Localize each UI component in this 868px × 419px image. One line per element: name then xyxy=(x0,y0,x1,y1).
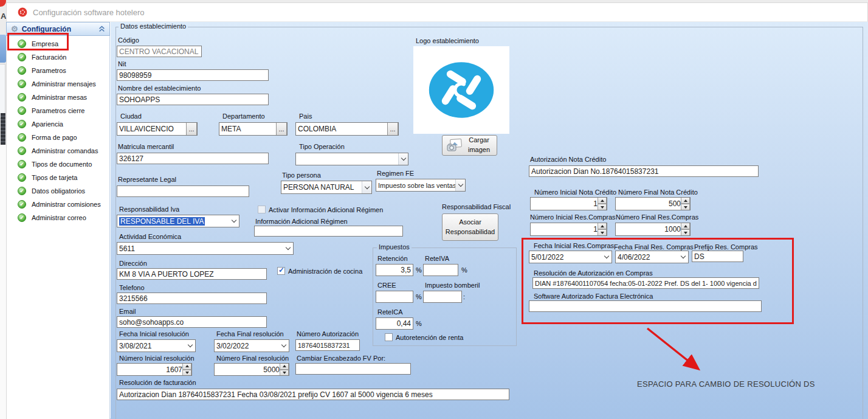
admin-cocina-checkbox[interactable] xyxy=(277,267,285,275)
ciudad-browse-button[interactable]: ... xyxy=(186,122,197,136)
sidebar-item-administrar-comisiones[interactable]: ✔Administrar comisiones xyxy=(6,198,110,210)
retencion-field[interactable]: 3,5 xyxy=(376,264,413,276)
spin-down-button[interactable] xyxy=(598,229,607,236)
cambiar-encabezado-field[interactable] xyxy=(295,363,411,375)
chevron-down-icon[interactable] xyxy=(185,339,195,352)
spin-up-button[interactable] xyxy=(182,363,191,370)
codigo-label: Código xyxy=(118,36,139,44)
chevron-down-icon[interactable] xyxy=(279,339,289,352)
email-field[interactable]: soho@sohoapps.co xyxy=(117,316,267,328)
percent-label: % xyxy=(416,293,422,300)
numero-inicial-resolucion-stepper[interactable]: 1607 xyxy=(117,363,192,376)
reteica-label: ReteICA xyxy=(377,308,403,316)
nombre-field[interactable]: SOHOAPPS xyxy=(117,94,269,105)
sidebar-item-parametros-cierre[interactable]: ✔Parametros cierre xyxy=(6,105,110,117)
reteiva-field[interactable] xyxy=(423,264,458,276)
info-adicional-label: Información Adicional Régimen xyxy=(255,218,348,225)
numero-autorizacion-field[interactable]: 18764015837231 xyxy=(295,339,360,351)
prefijo-rc-field[interactable]: DS xyxy=(692,251,743,262)
regimen-fe-select[interactable]: Impuesto sobre las ventas xyxy=(376,179,466,192)
numero-inicial-rc-stepper[interactable]: 1 xyxy=(530,223,607,236)
responsabilidad-iva-select[interactable]: RESPONSABLE DEL IVA xyxy=(117,215,239,227)
spin-down-button[interactable] xyxy=(681,204,690,210)
resolucion-facturacion-field[interactable]: Autorizacion Dian 18764015837231 Fecha 0… xyxy=(117,389,509,400)
sidebar-item-administrar-mensajes[interactable]: ✔Administrar mensajes xyxy=(6,78,110,90)
sidebar-item-tipos-de-tarjeta[interactable]: ✔Tipos de tarjeta xyxy=(6,171,110,184)
chevron-down-icon[interactable] xyxy=(398,153,408,165)
spin-down-button[interactable] xyxy=(598,204,607,210)
departamento-label: Departamento xyxy=(222,113,265,120)
retencion-label: Retención xyxy=(377,255,408,262)
sidebar-item-apariencia[interactable]: ✔Apariencia xyxy=(6,118,110,130)
spin-up-button[interactable] xyxy=(681,223,690,229)
sidebar-item-facturación[interactable]: ✔Facturación xyxy=(6,51,110,63)
nombre-label: Nombre del establecimiento xyxy=(118,85,201,92)
fecha-inicial-resolucion-label: Fecha Inicial resolución xyxy=(119,330,189,338)
info-adicional-field[interactable] xyxy=(254,226,403,237)
chevron-down-icon[interactable] xyxy=(362,181,371,194)
sidebar-item-parametros[interactable]: ✔Parametros xyxy=(6,64,110,77)
spin-down-button[interactable] xyxy=(681,229,690,236)
annotation-arrow xyxy=(631,321,710,377)
matricula-field[interactable]: 326127 xyxy=(117,153,269,164)
autoretencion-label: Autoretención de renta xyxy=(396,334,463,341)
departamento-field[interactable]: META ... xyxy=(219,122,288,136)
email-label: Email xyxy=(119,308,136,315)
spin-up-button[interactable] xyxy=(598,197,607,204)
fecha-inicial-resolucion-picker[interactable]: 3/08/2021 xyxy=(117,339,196,352)
asociar-responsabilidad-button[interactable]: Asociar Responsabilidad xyxy=(442,213,498,241)
software-fe-field[interactable] xyxy=(529,300,762,312)
numero-final-nc-stepper[interactable]: 500 xyxy=(615,197,691,210)
sidebar-item-forma-de-pago[interactable]: ✔Forma de pago xyxy=(6,131,110,144)
sidebar-item-administrar-mesas[interactable]: ✔Administrar mesas xyxy=(6,91,110,103)
sidebar-item-label: Parametros cierre xyxy=(32,107,84,114)
fecha-final-resolucion-picker[interactable]: 3/02/2022 xyxy=(214,339,289,352)
spin-up-button[interactable] xyxy=(280,363,289,370)
autorizacion-nc-field[interactable]: Autorizacion Dian No.18764015837231 xyxy=(529,165,759,177)
representante-field[interactable] xyxy=(117,185,249,197)
spin-up-button[interactable] xyxy=(598,223,607,229)
tipo-persona-select[interactable]: PERSONA NATURAL xyxy=(281,181,372,194)
chevron-down-icon[interactable] xyxy=(283,242,293,255)
cargar-imagen-button[interactable]: Cargar imagen xyxy=(442,135,497,156)
nit-field[interactable]: 98098959 xyxy=(117,69,269,81)
tipo-operacion-select[interactable] xyxy=(295,153,408,165)
gear-icon: ⚙ xyxy=(11,25,18,33)
colon-label: : xyxy=(463,293,465,300)
ciudad-field[interactable]: VILLAVICENCIO ... xyxy=(117,122,198,136)
cargar-imagen-label: Cargar imagen xyxy=(466,136,492,155)
spin-down-button[interactable] xyxy=(280,370,289,376)
chevron-down-icon[interactable] xyxy=(229,215,239,227)
regimen-fe-label: Regimen FE xyxy=(377,170,414,177)
collapse-chevrons-icon[interactable] xyxy=(98,26,105,32)
resolucion-compras-field[interactable]: DIAN #18764001107054 fecha:05-01-2022 Pr… xyxy=(532,277,759,289)
reteica-field[interactable]: 0,44 xyxy=(376,317,413,330)
telefono-label: Telefono xyxy=(119,284,145,291)
fecha-final-rc-picker[interactable]: 4/06/2022 xyxy=(615,251,689,263)
telefono-field[interactable]: 3215566 xyxy=(117,293,267,304)
pais-browse-button[interactable]: ... xyxy=(387,122,398,136)
fecha-inicial-rc-picker[interactable]: 5/01/2022 xyxy=(529,251,612,263)
chevron-down-icon[interactable] xyxy=(602,251,611,263)
direccion-field[interactable]: KM 8 VIA A PUERTO LOPEZ xyxy=(117,268,267,280)
sidebar-item-datos-obligatorios[interactable]: ✔Datos obligatorios xyxy=(6,185,110,197)
pais-field[interactable]: COLOMBIA ... xyxy=(295,122,399,136)
chevron-down-icon[interactable] xyxy=(678,251,688,263)
chevron-down-icon[interactable] xyxy=(455,179,465,192)
autoretencion-checkbox[interactable] xyxy=(385,333,393,341)
sidebar-item-tipos-de-documento[interactable]: ✔Tipos de documento xyxy=(6,158,110,170)
bomberil-field[interactable] xyxy=(423,291,462,303)
cree-field[interactable] xyxy=(376,291,413,303)
spin-down-button[interactable] xyxy=(182,370,191,376)
sidebar-item-administrar-correo[interactable]: ✔Administrar correo xyxy=(6,212,110,224)
sidebar-item-administrar-comandas[interactable]: ✔Administrar comandas xyxy=(6,145,110,157)
spin-up-button[interactable] xyxy=(681,197,690,204)
background-app-icon xyxy=(0,0,6,7)
numero-inicial-nc-stepper[interactable]: 1 xyxy=(530,197,607,210)
check-icon: ✔ xyxy=(18,66,26,75)
numero-final-rc-stepper[interactable]: 1000 xyxy=(615,223,691,236)
actividad-select[interactable]: 5611 xyxy=(117,242,294,255)
departamento-browse-button[interactable]: ... xyxy=(276,122,287,136)
activar-info-checkbox[interactable] xyxy=(258,206,266,213)
numero-final-resolucion-stepper[interactable]: 5000 xyxy=(214,363,289,376)
